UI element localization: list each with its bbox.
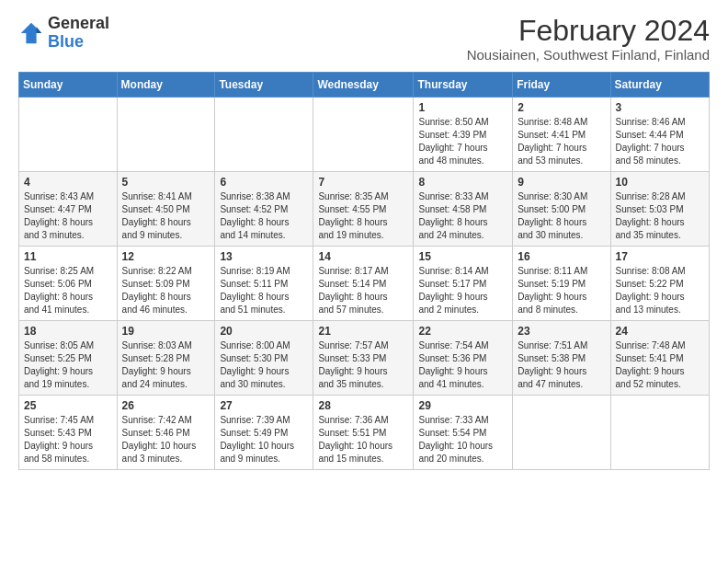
day-number: 21 xyxy=(318,325,408,338)
day-number: 15 xyxy=(418,250,507,263)
calendar-cell: 24Sunrise: 7:48 AM Sunset: 5:41 PM Dayli… xyxy=(610,321,709,396)
subtitle: Nousiainen, Southwest Finland, Finland xyxy=(467,47,710,63)
day-number: 19 xyxy=(122,325,210,338)
calendar: Sunday Monday Tuesday Wednesday Thursday… xyxy=(18,72,710,470)
day-detail: Sunrise: 8:33 AM Sunset: 4:58 PM Dayligh… xyxy=(418,190,507,242)
logo-icon xyxy=(18,20,44,46)
day-detail: Sunrise: 7:54 AM Sunset: 5:36 PM Dayligh… xyxy=(418,339,507,391)
day-detail: Sunrise: 8:11 AM Sunset: 5:19 PM Dayligh… xyxy=(518,265,605,316)
day-number: 27 xyxy=(220,399,308,412)
calendar-cell: 5Sunrise: 8:41 AM Sunset: 4:50 PM Daylig… xyxy=(117,172,215,247)
calendar-cell: 25Sunrise: 7:45 AM Sunset: 5:43 PM Dayli… xyxy=(19,396,118,470)
day-detail: Sunrise: 8:25 AM Sunset: 5:06 PM Dayligh… xyxy=(24,265,112,316)
day-detail: Sunrise: 7:51 AM Sunset: 5:38 PM Dayligh… xyxy=(518,339,605,391)
calendar-cell: 14Sunrise: 8:17 AM Sunset: 5:14 PM Dayli… xyxy=(313,247,414,321)
day-detail: Sunrise: 8:28 AM Sunset: 5:03 PM Dayligh… xyxy=(616,190,704,242)
calendar-header-row: Sunday Monday Tuesday Wednesday Thursday… xyxy=(19,73,710,98)
calendar-cell: 6Sunrise: 8:38 AM Sunset: 4:52 PM Daylig… xyxy=(215,172,313,247)
calendar-cell: 12Sunrise: 8:22 AM Sunset: 5:09 PM Dayli… xyxy=(117,247,215,321)
day-number: 29 xyxy=(418,399,507,412)
calendar-cell: 9Sunrise: 8:30 AM Sunset: 5:00 PM Daylig… xyxy=(513,172,610,247)
day-detail: Sunrise: 7:36 AM Sunset: 5:51 PM Dayligh… xyxy=(318,414,408,465)
day-detail: Sunrise: 8:08 AM Sunset: 5:22 PM Dayligh… xyxy=(616,265,704,316)
day-number: 11 xyxy=(24,250,112,263)
calendar-cell: 15Sunrise: 8:14 AM Sunset: 5:17 PM Dayli… xyxy=(414,247,513,321)
header-wednesday: Wednesday xyxy=(313,73,414,98)
header: General Blue February 2024 Nousiainen, S… xyxy=(18,15,710,63)
day-detail: Sunrise: 7:33 AM Sunset: 5:54 PM Dayligh… xyxy=(418,414,507,465)
logo-blue-text: Blue xyxy=(48,33,109,52)
calendar-cell xyxy=(19,98,118,172)
day-detail: Sunrise: 7:42 AM Sunset: 5:46 PM Dayligh… xyxy=(122,414,210,465)
day-detail: Sunrise: 7:45 AM Sunset: 5:43 PM Dayligh… xyxy=(24,414,112,465)
day-number: 24 xyxy=(616,325,704,338)
calendar-cell: 1Sunrise: 8:50 AM Sunset: 4:39 PM Daylig… xyxy=(414,98,513,172)
day-number: 9 xyxy=(518,176,605,189)
calendar-cell: 19Sunrise: 8:03 AM Sunset: 5:28 PM Dayli… xyxy=(117,321,215,396)
day-number: 10 xyxy=(616,176,704,189)
day-detail: Sunrise: 8:35 AM Sunset: 4:55 PM Dayligh… xyxy=(318,190,408,242)
day-detail: Sunrise: 8:05 AM Sunset: 5:25 PM Dayligh… xyxy=(24,339,112,391)
calendar-cell: 26Sunrise: 7:42 AM Sunset: 5:46 PM Dayli… xyxy=(117,396,215,470)
day-number: 13 xyxy=(220,250,308,263)
day-number: 6 xyxy=(220,176,308,189)
header-sunday: Sunday xyxy=(19,73,118,98)
day-number: 2 xyxy=(518,101,605,114)
calendar-cell: 29Sunrise: 7:33 AM Sunset: 5:54 PM Dayli… xyxy=(414,396,513,470)
calendar-cell xyxy=(610,396,709,470)
day-number: 1 xyxy=(418,101,507,114)
header-thursday: Thursday xyxy=(414,73,513,98)
week-row-3: 18Sunrise: 8:05 AM Sunset: 5:25 PM Dayli… xyxy=(19,321,710,396)
calendar-cell: 8Sunrise: 8:33 AM Sunset: 4:58 PM Daylig… xyxy=(414,172,513,247)
day-number: 16 xyxy=(518,250,605,263)
week-row-2: 11Sunrise: 8:25 AM Sunset: 5:06 PM Dayli… xyxy=(19,247,710,321)
calendar-cell: 21Sunrise: 7:57 AM Sunset: 5:33 PM Dayli… xyxy=(313,321,414,396)
day-number: 14 xyxy=(318,250,408,263)
calendar-cell: 28Sunrise: 7:36 AM Sunset: 5:51 PM Dayli… xyxy=(313,396,414,470)
week-row-4: 25Sunrise: 7:45 AM Sunset: 5:43 PM Dayli… xyxy=(19,396,710,470)
logo-text: General Blue xyxy=(48,15,109,52)
calendar-cell: 18Sunrise: 8:05 AM Sunset: 5:25 PM Dayli… xyxy=(19,321,118,396)
day-detail: Sunrise: 8:22 AM Sunset: 5:09 PM Dayligh… xyxy=(122,265,210,316)
day-number: 8 xyxy=(418,176,507,189)
day-number: 5 xyxy=(122,176,210,189)
day-number: 25 xyxy=(24,399,112,412)
day-detail: Sunrise: 7:57 AM Sunset: 5:33 PM Dayligh… xyxy=(318,339,408,391)
day-detail: Sunrise: 8:14 AM Sunset: 5:17 PM Dayligh… xyxy=(418,265,507,316)
day-number: 7 xyxy=(318,176,408,189)
main-title: February 2024 xyxy=(467,15,710,47)
title-section: February 2024 Nousiainen, Southwest Finl… xyxy=(467,15,710,63)
logo: General Blue xyxy=(18,15,109,52)
day-number: 23 xyxy=(518,325,605,338)
calendar-cell: 13Sunrise: 8:19 AM Sunset: 5:11 PM Dayli… xyxy=(215,247,313,321)
calendar-cell: 23Sunrise: 7:51 AM Sunset: 5:38 PM Dayli… xyxy=(513,321,610,396)
calendar-cell: 27Sunrise: 7:39 AM Sunset: 5:49 PM Dayli… xyxy=(215,396,313,470)
logo-general-text: General xyxy=(48,15,109,33)
day-number: 22 xyxy=(418,325,507,338)
day-detail: Sunrise: 8:43 AM Sunset: 4:47 PM Dayligh… xyxy=(24,190,112,242)
calendar-cell: 7Sunrise: 8:35 AM Sunset: 4:55 PM Daylig… xyxy=(313,172,414,247)
day-detail: Sunrise: 8:17 AM Sunset: 5:14 PM Dayligh… xyxy=(318,265,408,316)
day-number: 28 xyxy=(318,399,408,412)
calendar-cell: 3Sunrise: 8:46 AM Sunset: 4:44 PM Daylig… xyxy=(610,98,709,172)
calendar-cell xyxy=(215,98,313,172)
day-number: 12 xyxy=(122,250,210,263)
day-number: 20 xyxy=(220,325,308,338)
calendar-cell: 4Sunrise: 8:43 AM Sunset: 4:47 PM Daylig… xyxy=(19,172,118,247)
calendar-cell: 22Sunrise: 7:54 AM Sunset: 5:36 PM Dayli… xyxy=(414,321,513,396)
header-saturday: Saturday xyxy=(610,73,709,98)
day-detail: Sunrise: 8:41 AM Sunset: 4:50 PM Dayligh… xyxy=(122,190,210,242)
day-number: 4 xyxy=(24,176,112,189)
day-detail: Sunrise: 7:39 AM Sunset: 5:49 PM Dayligh… xyxy=(220,414,308,465)
calendar-cell: 17Sunrise: 8:08 AM Sunset: 5:22 PM Dayli… xyxy=(610,247,709,321)
day-number: 17 xyxy=(616,250,704,263)
calendar-cell: 16Sunrise: 8:11 AM Sunset: 5:19 PM Dayli… xyxy=(513,247,610,321)
calendar-cell xyxy=(313,98,414,172)
day-detail: Sunrise: 8:50 AM Sunset: 4:39 PM Dayligh… xyxy=(418,116,507,167)
day-detail: Sunrise: 8:38 AM Sunset: 4:52 PM Dayligh… xyxy=(220,190,308,242)
calendar-cell: 2Sunrise: 8:48 AM Sunset: 4:41 PM Daylig… xyxy=(513,98,610,172)
day-detail: Sunrise: 7:48 AM Sunset: 5:41 PM Dayligh… xyxy=(616,339,704,391)
day-detail: Sunrise: 8:30 AM Sunset: 5:00 PM Dayligh… xyxy=(518,190,605,242)
day-detail: Sunrise: 8:03 AM Sunset: 5:28 PM Dayligh… xyxy=(122,339,210,391)
week-row-1: 4Sunrise: 8:43 AM Sunset: 4:47 PM Daylig… xyxy=(19,172,710,247)
